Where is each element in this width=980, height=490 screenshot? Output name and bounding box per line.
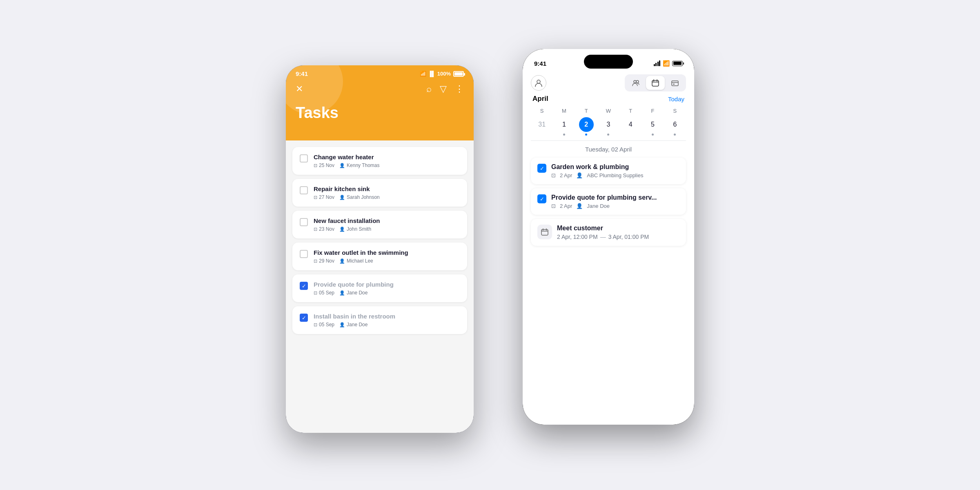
ios-time: 9:41 xyxy=(534,60,546,67)
person-icon: 👤 xyxy=(339,290,345,296)
task-info-2: Repair kitchen sink ⊡ 27 Nov 👤 Sarah Joh… xyxy=(314,185,460,200)
svg-rect-4 xyxy=(672,81,678,86)
event-info-3: Meet customer 2 Apr, 12:00 PM — 3 Apr, 0… xyxy=(557,225,679,240)
search-icon[interactable]: ⌕ xyxy=(426,84,432,94)
calendar-event-dots xyxy=(531,134,686,136)
calendar-icon: ⊡ xyxy=(314,322,317,327)
task-checkbox-6[interactable]: ✓ xyxy=(300,314,308,322)
person-icon: 👤 xyxy=(339,322,345,327)
task-card-2[interactable]: Repair kitchen sink ⊡ 27 Nov 👤 Sarah Joh… xyxy=(292,179,467,207)
calendar-day-1[interactable]: 1 xyxy=(557,117,571,132)
android-screen: 9:41 📶 ▐▌ 100% ✕ ⌕ ▽ ⋮ xyxy=(286,65,474,433)
tab-billing[interactable] xyxy=(666,76,684,90)
task-meta-3: ⊡ 23 Nov 👤 John Smith xyxy=(314,226,460,232)
calendar-day-4[interactable]: 4 xyxy=(623,117,638,132)
calendar-day-6[interactable]: 6 xyxy=(668,117,682,132)
day-label-t2: T xyxy=(619,108,641,114)
tab-contacts[interactable] xyxy=(626,76,645,90)
ios-tab-group xyxy=(625,74,686,91)
event-time-3: 2 Apr, 12:00 PM — 3 Apr, 01:00 PM xyxy=(557,234,679,240)
calendar-grid: S M T W T F S 31 1 2 3 4 5 xyxy=(531,108,686,136)
android-status-icons: 📶 ▐▌ 100% xyxy=(420,71,464,77)
event-meta-2: ⊡ 2 Apr 👤 Jane Doe xyxy=(551,203,679,209)
event-card-1[interactable]: ✓ Garden work & plumbing ⊡ 2 Apr 👤 ABC P… xyxy=(531,158,686,184)
event-date-icon-2: ⊡ xyxy=(551,203,556,209)
task-checkbox-5[interactable]: ✓ xyxy=(300,282,308,290)
task-card-4[interactable]: Fix water outlet in the swimming ⊡ 29 No… xyxy=(292,243,467,270)
wifi-icon: 📶 xyxy=(420,71,426,77)
person-icon: 👤 xyxy=(339,258,345,264)
event-checkbox-2[interactable]: ✓ xyxy=(537,194,546,203)
battery-text: 100% xyxy=(437,71,451,77)
tab-calendar[interactable] xyxy=(646,76,665,90)
task-checkbox-3[interactable] xyxy=(300,218,308,226)
dot-3 xyxy=(607,134,609,136)
calendar-divider xyxy=(531,140,686,141)
signal-bar-4 xyxy=(659,60,660,66)
task-date-6: ⊡ 05 Sep xyxy=(314,322,334,327)
event-calendar-icon-3 xyxy=(537,225,552,239)
scene: 9:41 📶 ▐▌ 100% ✕ ⌕ ▽ ⋮ xyxy=(286,41,694,449)
signal-bar-3 xyxy=(657,62,659,66)
task-title-6: Install basin in the restroom xyxy=(314,313,460,320)
person-icon: 👤 xyxy=(339,163,345,168)
filter-icon[interactable]: ▽ xyxy=(440,84,447,94)
task-card-5[interactable]: ✓ Provide quote for plumbing ⊡ 05 Sep 👤 … xyxy=(292,274,467,302)
dot-1 xyxy=(563,134,565,136)
task-meta-4: ⊡ 29 Nov 👤 Michael Lee xyxy=(314,258,460,264)
dot-6 xyxy=(674,134,676,136)
today-button[interactable]: Today xyxy=(668,96,684,102)
day-label-s1: S xyxy=(531,108,553,114)
svg-rect-3 xyxy=(652,80,659,86)
event-card-2[interactable]: ✓ Provide quote for plumbing serv... ⊡ 2… xyxy=(531,188,686,215)
task-title-3: New faucet installation xyxy=(314,217,460,224)
wifi-icon: 📶 xyxy=(663,60,670,67)
task-meta-1: ⊡ 25 Nov 👤 Kenny Thomas xyxy=(314,163,460,168)
calendar-day-2[interactable]: 2 xyxy=(579,117,594,132)
day-label-s2: S xyxy=(664,108,686,114)
task-date-1: ⊡ 25 Nov xyxy=(314,163,334,168)
task-assignee-5: 👤 Jane Doe xyxy=(339,290,368,296)
more-icon[interactable]: ⋮ xyxy=(455,84,464,94)
calendar-day-31[interactable]: 31 xyxy=(535,117,549,132)
calendar-days-row: 31 1 2 3 4 5 6 xyxy=(531,117,686,132)
task-assignee-3: 👤 John Smith xyxy=(339,226,371,232)
task-meta-5: ⊡ 05 Sep 👤 Jane Doe xyxy=(314,290,460,296)
svg-point-1 xyxy=(634,80,636,83)
event-person-icon-2: 👤 xyxy=(576,203,583,209)
android-header: 9:41 📶 ▐▌ 100% ✕ ⌕ ▽ ⋮ xyxy=(286,65,474,140)
ios-screen: 9:41 📶 xyxy=(523,49,694,425)
event-card-3[interactable]: Meet customer 2 Apr, 12:00 PM — 3 Apr, 0… xyxy=(531,219,686,246)
event-checkbox-1[interactable]: ✓ xyxy=(537,164,546,173)
ios-calendar: April Today S M T W T F S 31 xyxy=(523,95,694,158)
calendar-day-5[interactable]: 5 xyxy=(646,117,660,132)
task-assignee-2: 👤 Sarah Johnson xyxy=(339,194,380,200)
signal-bar-2 xyxy=(655,63,657,66)
dot-2 xyxy=(585,134,587,136)
task-meta-6: ⊡ 05 Sep 👤 Jane Doe xyxy=(314,322,460,327)
task-checkbox-1[interactable] xyxy=(300,154,308,163)
close-icon[interactable]: ✕ xyxy=(296,84,303,94)
calendar-icon: ⊡ xyxy=(314,227,317,232)
task-info-5: Provide quote for plumbing ⊡ 05 Sep 👤 Ja… xyxy=(314,281,460,296)
svg-rect-6 xyxy=(541,229,548,235)
task-checkbox-4[interactable] xyxy=(300,250,308,258)
task-title-1: Change water heater xyxy=(314,154,460,160)
task-card-3[interactable]: New faucet installation ⊡ 23 Nov 👤 John … xyxy=(292,211,467,238)
task-card-6[interactable]: ✓ Install basin in the restroom ⊡ 05 Sep… xyxy=(292,306,467,334)
event-assignee-2: Jane Doe xyxy=(587,203,610,209)
event-assignee-1: ABC Plumbing Supplies xyxy=(587,172,643,178)
task-assignee-4: 👤 Michael Lee xyxy=(339,258,373,264)
calendar-day-3[interactable]: 3 xyxy=(601,117,616,132)
calendar-month: April xyxy=(532,95,548,103)
task-checkbox-2[interactable] xyxy=(300,186,308,194)
android-toolbar-right: ⌕ ▽ ⋮ xyxy=(426,84,464,94)
task-card[interactable]: Change water heater ⊡ 25 Nov 👤 Kenny Tho… xyxy=(292,147,467,175)
event-date-icon-1: ⊡ xyxy=(551,172,556,178)
day-label-m: M xyxy=(553,108,575,114)
event-person-icon-1: 👤 xyxy=(576,172,583,178)
task-info-3: New faucet installation ⊡ 23 Nov 👤 John … xyxy=(314,217,460,232)
profile-avatar[interactable] xyxy=(531,75,546,91)
task-title-4: Fix water outlet in the swimming xyxy=(314,249,460,256)
person-icon: 👤 xyxy=(339,227,345,232)
